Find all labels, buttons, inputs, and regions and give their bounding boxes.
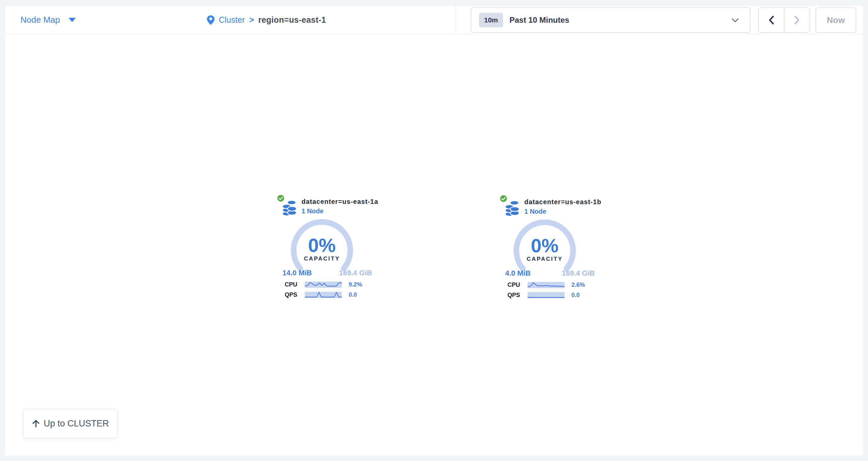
capacity-label: CAPACITY bbox=[290, 256, 354, 262]
up-to-cluster-label: Up to CLUSTER bbox=[43, 419, 109, 429]
chevron-right-icon bbox=[794, 15, 800, 25]
nodes-icon bbox=[282, 199, 297, 216]
cpu-label: CPU bbox=[507, 282, 520, 289]
node-map-canvas: datacenter=us-east-1a 1 Node 0% CAPACITY… bbox=[5, 34, 863, 455]
time-next-button[interactable] bbox=[784, 8, 809, 32]
capacity-used: 14.0 MiB bbox=[282, 269, 312, 277]
qps-value: 0.0 bbox=[349, 291, 357, 298]
qps-metric-row: QPS 0.0 bbox=[507, 292, 580, 299]
time-range-label: Past 10 Minutes bbox=[509, 15, 569, 25]
capacity-stats-row: 14.0 MiB 169.4 GiB bbox=[282, 269, 372, 277]
cpu-label: CPU bbox=[284, 281, 297, 288]
locality-title: datacenter=us-east-1b bbox=[524, 198, 601, 206]
caret-down-icon bbox=[68, 18, 76, 22]
node-map-view-selector[interactable]: Node Map bbox=[21, 6, 76, 34]
top-bar: Node Map Cluster > region=us-east-1 10m … bbox=[5, 6, 863, 34]
chevron-down-icon bbox=[732, 18, 739, 22]
breadcrumb-cluster-link[interactable]: Cluster bbox=[219, 15, 245, 25]
cpu-value: 2.6% bbox=[571, 282, 585, 289]
qps-label: QPS bbox=[507, 292, 520, 299]
time-prev-button[interactable] bbox=[758, 8, 784, 32]
now-button[interactable]: Now bbox=[816, 7, 856, 33]
capacity-total: 169.4 GiB bbox=[339, 269, 372, 277]
main-panel: Node Map Cluster > region=us-east-1 10m … bbox=[5, 6, 863, 455]
time-range-badge: 10m bbox=[479, 13, 503, 27]
up-to-cluster-button[interactable]: Up to CLUSTER bbox=[23, 409, 118, 438]
cpu-metric-row: CPU 9.2% bbox=[284, 281, 362, 288]
capacity-percent: 0% bbox=[290, 234, 354, 256]
view-selector-label: Node Map bbox=[21, 15, 60, 25]
chevron-left-icon bbox=[768, 15, 775, 25]
qps-sparkline bbox=[528, 292, 564, 298]
breadcrumb-separator: > bbox=[249, 15, 254, 25]
capacity-percent: 0% bbox=[513, 234, 577, 257]
breadcrumb: Cluster > region=us-east-1 bbox=[207, 6, 326, 34]
locality-title: datacenter=us-east-1a bbox=[302, 198, 378, 205]
cpu-sparkline bbox=[305, 282, 342, 288]
nodes-icon bbox=[505, 200, 519, 216]
capacity-label: CAPACITY bbox=[513, 256, 577, 262]
arrow-up-icon bbox=[32, 419, 40, 428]
locality-node-count: 1 Node bbox=[302, 207, 323, 215]
map-pin-icon bbox=[207, 15, 215, 25]
time-range-selector[interactable]: 10m Past 10 Minutes bbox=[471, 7, 750, 33]
qps-metric-row: QPS 0.0 bbox=[284, 291, 357, 298]
cpu-value: 9.2% bbox=[349, 281, 362, 288]
qps-value: 0.0 bbox=[571, 292, 580, 299]
breadcrumb-current-locality: region=us-east-1 bbox=[258, 15, 326, 25]
locality-card-us-east-1a[interactable]: datacenter=us-east-1a 1 Node 0% CAPACITY… bbox=[277, 194, 391, 304]
qps-label: QPS bbox=[284, 291, 297, 298]
capacity-stats-row: 4.0 MiB 169.4 GiB bbox=[505, 269, 595, 277]
locality-node-count: 1 Node bbox=[524, 208, 546, 216]
capacity-used: 4.0 MiB bbox=[505, 269, 531, 277]
qps-sparkline bbox=[305, 292, 342, 298]
locality-card-us-east-1b[interactable]: datacenter=us-east-1b 1 Node 0% CAPACITY… bbox=[499, 194, 613, 304]
cpu-sparkline bbox=[528, 282, 564, 288]
capacity-total: 169.4 GiB bbox=[562, 269, 595, 277]
cpu-metric-row: CPU 2.6% bbox=[507, 282, 585, 289]
time-nav-group bbox=[758, 7, 810, 33]
